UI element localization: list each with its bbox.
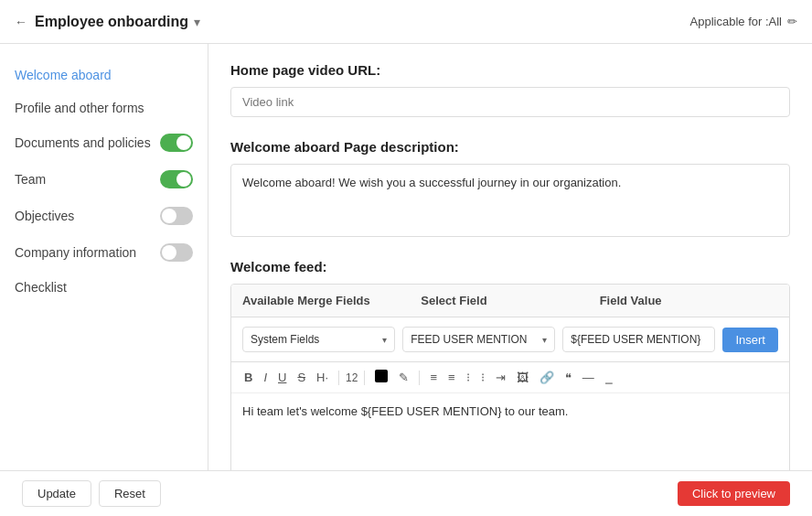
align-left-button[interactable]: ≡ <box>426 369 441 386</box>
update-button[interactable]: Update <box>22 480 91 507</box>
team-toggle[interactable] <box>160 170 193 188</box>
video-url-title: Home page video URL: <box>230 62 790 78</box>
sidebar-item-welcome-aboard[interactable]: Welcome aboard <box>0 59 208 91</box>
sidebar-item-team[interactable]: Team <box>0 161 208 198</box>
editor-area[interactable]: Hi team let's welcome ${FEED USER MENTIO… <box>231 393 789 470</box>
main-layout: Welcome aboard Profile and other forms D… <box>0 44 812 470</box>
indent-button[interactable]: ⇥ <box>492 369 509 386</box>
underline-button[interactable]: U <box>274 369 290 386</box>
page-description-title: Welcome aboard Page description: <box>230 139 790 155</box>
insert-button[interactable]: Insert <box>722 328 778 352</box>
feed-table-row: System Fields ▾ FEED USER MENTION ▾ Inse… <box>231 317 789 362</box>
feed-user-mention-select[interactable]: FEED USER MENTION ▾ <box>402 327 555 352</box>
page-title: Employee onboarding <box>35 14 188 30</box>
applicable-label: Applicable for :All ✏ <box>690 15 797 28</box>
clear-format-button[interactable]: ⎯ <box>602 369 616 386</box>
back-button[interactable]: ← <box>15 15 27 29</box>
documents-policies-toggle[interactable] <box>160 134 193 152</box>
field-value-input[interactable] <box>562 327 715 352</box>
toolbar-divider-1 <box>338 371 339 385</box>
feed-user-mention-chevron: ▾ <box>542 335 547 345</box>
align-center-button[interactable]: ≡ <box>444 369 459 386</box>
toolbar-divider-2 <box>364 371 365 385</box>
image-button[interactable]: 🖼 <box>513 369 532 386</box>
quote-button[interactable]: ❝ <box>561 369 575 386</box>
heading-button[interactable]: H· <box>313 369 332 386</box>
sidebar-item-objectives[interactable]: Objectives <box>0 198 208 234</box>
color-swatch <box>375 370 388 382</box>
sidebar-item-company-information[interactable]: Company information <box>0 234 208 271</box>
field-value-header: Field Value <box>600 294 771 307</box>
video-url-section: Home page video URL: <box>230 62 790 117</box>
sidebar-item-checklist[interactable]: Checklist <box>0 271 208 304</box>
system-fields-chevron: ▾ <box>382 335 387 345</box>
sidebar-item-documents-policies[interactable]: Documents and policies <box>0 124 208 161</box>
toolbar-divider-3 <box>419 371 420 385</box>
welcome-feed-section: Welcome feed: Available Merge Fields Sel… <box>230 259 790 470</box>
footer-right: Click to preview <box>678 481 790 506</box>
video-url-input[interactable] <box>230 87 790 117</box>
content-area: Home page video URL: Welcome aboard Page… <box>208 44 812 470</box>
page-description-text[interactable]: Welcome aboard! We wish you a successful… <box>230 164 790 237</box>
company-information-toggle[interactable] <box>160 243 193 262</box>
link-button[interactable]: 🔗 <box>536 369 558 386</box>
paint-button[interactable]: ✎ <box>395 369 412 386</box>
feed-box: Available Merge Fields Select Field Fiel… <box>230 284 790 470</box>
font-size-label: 12 <box>346 371 358 384</box>
bold-button[interactable]: B <box>240 369 256 386</box>
feed-table-header: Available Merge Fields Select Field Fiel… <box>231 285 789 317</box>
welcome-feed-title: Welcome feed: <box>230 259 790 274</box>
preview-button[interactable]: Click to preview <box>678 481 790 506</box>
italic-button[interactable]: I <box>260 369 271 386</box>
select-field-header: Select Field <box>421 294 592 307</box>
objectives-toggle[interactable] <box>160 207 193 225</box>
reset-button[interactable]: Reset <box>99 480 161 507</box>
edit-icon[interactable]: ✏ <box>787 15 797 28</box>
footer: Update Reset Click to preview <box>0 470 812 516</box>
hr-button[interactable]: ― <box>579 369 598 386</box>
page-description-section: Welcome aboard Page description: Welcome… <box>230 139 790 237</box>
list-numbered-button[interactable]: ⁝ <box>477 369 488 386</box>
sidebar-item-profile-forms[interactable]: Profile and other forms <box>0 91 208 124</box>
sidebar: Welcome aboard Profile and other forms D… <box>0 44 208 470</box>
list-bullet-button[interactable]: ⁝ <box>463 369 474 386</box>
system-fields-select[interactable]: System Fields ▾ <box>242 327 395 352</box>
header: ← Employee onboarding ▾ Applicable for :… <box>0 0 812 44</box>
chevron-down-icon[interactable]: ▾ <box>194 15 200 29</box>
color-button[interactable] <box>371 368 391 387</box>
merge-fields-header: Available Merge Fields <box>242 294 413 307</box>
strikethrough-button[interactable]: S <box>294 369 309 386</box>
editor-toolbar: B I U S H· 12 ✎ ≡ ≡ ⁝ ⁝ ⇥ 🖼 <box>231 362 789 393</box>
